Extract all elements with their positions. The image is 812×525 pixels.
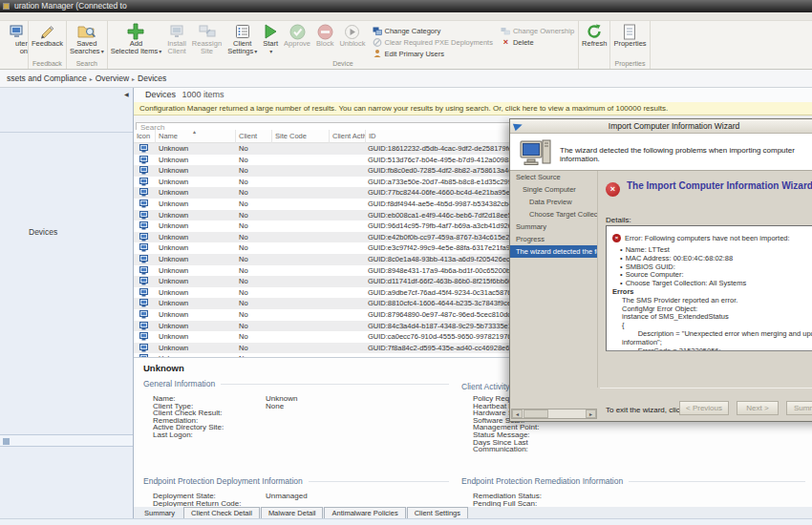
nav-collapsed-bar[interactable] [0, 434, 133, 447]
tab-malware-detail[interactable]: Malware Detail [261, 507, 324, 518]
column-header-site-code[interactable]: Site Code [272, 130, 330, 143]
error-detail-line: instance of SMS_ExtendedStatus [622, 313, 812, 322]
next-button[interactable]: Next > [737, 401, 779, 415]
check-circle-icon [289, 23, 306, 40]
wizard-nav-item[interactable]: Data Preview [510, 196, 597, 208]
unblock-icon [344, 23, 360, 40]
wizard-nav-item[interactable]: The wizard detected the foll [510, 245, 597, 258]
list-count: 1000 items [182, 90, 224, 99]
clear-pxe-button[interactable]: Clear Required PXE Deployments [373, 36, 493, 48]
client-settings-button[interactable]: Client Settings▾ [224, 21, 260, 59]
previous-button[interactable]: < Previous [679, 401, 729, 415]
tab-summary[interactable]: Summary [137, 507, 182, 518]
scroll-left-icon[interactable]: ◄ [512, 410, 523, 418]
wizard-nav-item[interactable]: Choose Target Collect [510, 208, 597, 220]
ribbon-group-refresh: Refresh [579, 21, 610, 69]
scroll-right-icon[interactable]: ► [586, 410, 596, 418]
breadcrumb-item[interactable]: ssets and Compliance [7, 74, 87, 83]
wizard-nav: Select SourceSingle ComputerData Preview… [510, 171, 598, 388]
results-warning-bar[interactable]: Configuration Manager returned a large n… [134, 102, 812, 116]
start-button[interactable]: Start ▾ [260, 21, 281, 59]
wizard-titlebar[interactable]: Import Computer Information Wizard [510, 119, 812, 134]
reassign-site-button[interactable]: Reassign Site [189, 21, 224, 59]
saved-searches-button[interactable]: Saved Searches▾ [67, 21, 107, 59]
tab-client-check-detail[interactable]: Client Check Detail [183, 507, 260, 518]
ep-deployment-fields: Deployment State:UnmanagedDeployment Ret… [153, 493, 439, 507]
details-label: Details: [606, 216, 631, 224]
refresh-icon [586, 23, 603, 40]
column-header-client[interactable]: Client [236, 130, 272, 143]
error-circle-icon: × [606, 182, 620, 197]
field-value: Unmanaged [266, 493, 439, 500]
column-header-client-activity[interactable]: Client Activity [330, 130, 366, 143]
error-detail-line: ErrorCode = 2152205056; [622, 347, 812, 351]
wizard-nav-item[interactable]: Progress [510, 233, 597, 245]
column-header-icon[interactable]: Icon [134, 130, 156, 143]
chevron-down-icon: ▾ [101, 49, 104, 54]
unblock-button[interactable]: Unblock [336, 21, 368, 59]
nav-bar-icon [3, 438, 10, 445]
group-label-search: Search [67, 59, 107, 69]
refresh-button[interactable]: Refresh [579, 21, 609, 59]
folder-search-icon [77, 23, 96, 40]
chevron-down-icon: ▾ [254, 49, 257, 54]
ribbon-group-device: Add Selected Items▾ Install Client [108, 21, 579, 69]
tab-antimalware-policies[interactable]: Antimalware Policies [324, 507, 405, 518]
breadcrumb-separator-icon: ▸ [132, 75, 135, 82]
field-value [266, 410, 439, 417]
wizard-icon [513, 121, 524, 132]
status-bar [0, 518, 812, 525]
detail-tabs: SummaryClient Check DetailMalware Detail… [134, 507, 812, 518]
settings-list-icon [235, 23, 250, 40]
change-category-button[interactable]: Change Category [373, 25, 493, 36]
ep-remediation-fields: Remediation Status:Pending Full Scan: [473, 493, 664, 507]
computer-tower-icon [520, 138, 552, 171]
wizard-result-heading: The Import Computer Information Wizard c… [627, 180, 812, 192]
cut-off-button[interactable]: uter on [0, 21, 29, 59]
collapse-pane-icon[interactable]: ◀ [124, 91, 129, 97]
field-row: Active Directory Site: [153, 424, 439, 431]
ribbon-tab-strip [0, 12, 812, 21]
approve-button[interactable]: Approve [281, 21, 313, 59]
field-value: Unknown [266, 395, 439, 403]
wizard-header-text: The wizard detected the following proble… [560, 146, 812, 163]
group-label-device: Device [108, 59, 578, 69]
properties-button[interactable]: Properties [610, 21, 649, 59]
block-button[interactable]: Block [313, 21, 336, 59]
breadcrumb-item[interactable]: Devices [138, 74, 166, 83]
wizard-nav-item[interactable]: Single Computer [510, 183, 597, 196]
ribbon-group-properties: Properties Properties [610, 21, 650, 69]
error-detail-lines: The SMS Provider reported an error.Confi… [612, 297, 812, 351]
ribbon-group-cut: uter on [0, 21, 29, 69]
category-icon [373, 26, 383, 35]
error-details-box[interactable]: × Error: Following computers have not be… [606, 225, 812, 351]
general-fields: Name:UnknownClient Type:NoneClient Check… [153, 395, 439, 439]
sort-asc-icon: ▴ [193, 128, 196, 135]
install-client-button[interactable]: Install Client [164, 21, 189, 59]
wizard-horizontal-scrollbar[interactable]: ◄ ► [511, 409, 597, 419]
wizard-content: × The Import Computer Information Wizard… [598, 171, 812, 388]
tab-client-settings[interactable]: Client Settings [407, 507, 468, 518]
breadcrumb-item[interactable]: Overview [96, 74, 129, 83]
field-value [266, 424, 439, 431]
feedback-button[interactable]: Feedback [29, 21, 66, 59]
wizard-separator [600, 388, 812, 388]
breadcrumb-separator-icon: ▸ [90, 75, 93, 82]
detail-title: Unknown [143, 363, 184, 373]
nav-item-devices[interactable]: Devices [29, 227, 57, 237]
wizard-nav-item[interactable]: Summary [510, 220, 597, 233]
delete-button[interactable]: × Delete [501, 36, 574, 48]
field-value [266, 417, 439, 425]
edit-primary-users-button[interactable]: Edit Primary Users [373, 48, 493, 59]
ribbon: uter on Feedback Feedback [0, 12, 812, 70]
wizard-nav-item[interactable]: Select Source [510, 171, 597, 183]
field-row: Last Logon: [153, 431, 439, 439]
wizard-title: Import Computer Information Wizard [609, 121, 739, 131]
summary-button[interactable]: Summary [786, 401, 812, 415]
add-selected-items-button[interactable]: Add Selected Items▾ [108, 21, 165, 59]
nav-divider [0, 132, 133, 133]
scrollbar-thumb[interactable] [524, 410, 548, 418]
window-titlebar: uration Manager (Connected to [0, 0, 812, 12]
import-wizard-dialog: Import Computer Information Wizard The w… [509, 118, 812, 422]
change-ownership-button[interactable]: Change Ownership [501, 25, 574, 36]
